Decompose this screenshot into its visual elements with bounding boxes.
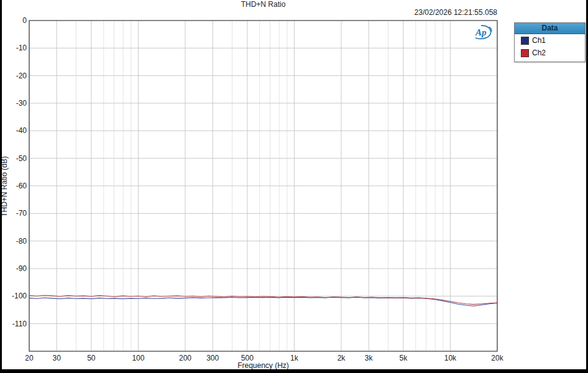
window-edge-left	[0, 0, 2, 373]
y-tick-0: 0	[2, 16, 27, 25]
y-tick--10: -10	[2, 44, 27, 52]
audio-precision-logo-icon: Ap	[471, 24, 493, 40]
y-tick--20: -20	[2, 71, 27, 80]
plot-area[interactable]	[0, 0, 588, 373]
legend-header: Data	[515, 23, 585, 34]
legend-label-ch1: Ch1	[532, 36, 546, 45]
ap-graph-window: THD+N Ratio 23/02/2026 12:21:55.058 2030…	[0, 0, 588, 373]
legend-item-ch1[interactable]: Ch1	[515, 34, 585, 47]
window-edge-bottom	[0, 369, 588, 373]
legend-panel: Data Ch1 Ch2	[514, 22, 586, 62]
y-tick--110: -110	[2, 320, 27, 328]
x-axis-title: Frequency (Hz)	[29, 361, 497, 370]
legend-label-ch2: Ch2	[532, 48, 546, 57]
series-line-ch2	[29, 295, 497, 305]
svg-text:Ap: Ap	[475, 27, 487, 37]
y-tick--100: -100	[2, 292, 27, 300]
ch2-color-swatch	[521, 49, 529, 57]
ch1-color-swatch	[521, 37, 529, 45]
legend-item-ch2[interactable]: Ch2	[515, 47, 585, 59]
